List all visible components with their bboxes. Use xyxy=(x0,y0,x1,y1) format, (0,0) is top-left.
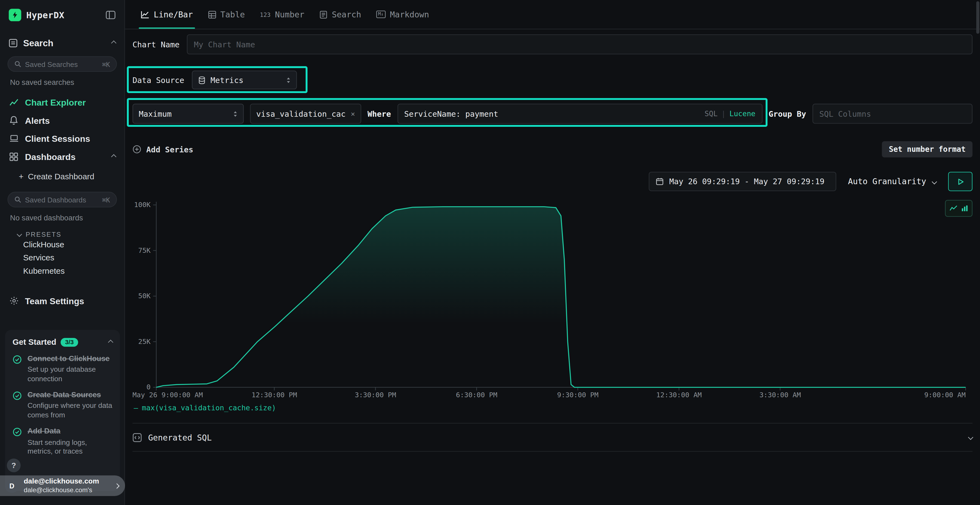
granularity-value: Auto Granularity xyxy=(848,177,926,186)
sidebar-item-team-settings[interactable]: Team Settings xyxy=(0,292,124,310)
presets-label: PRESETS xyxy=(25,230,62,238)
svg-text:3:30:00 AM: 3:30:00 AM xyxy=(759,391,801,399)
search-section-icon xyxy=(9,39,18,48)
add-series-button[interactable]: Add Series xyxy=(132,145,193,154)
chart-legend[interactable]: — max(visa_validation_cache.size) xyxy=(134,403,276,412)
sidebar: HyperDX Search ⌘K No saved searches xyxy=(0,0,125,505)
sidebar-section-search[interactable]: Search xyxy=(0,38,124,48)
database-icon xyxy=(198,76,205,84)
saved-dashboards-input[interactable] xyxy=(25,196,98,203)
preset-item-services[interactable]: Services xyxy=(0,251,124,264)
team-settings-label: Team Settings xyxy=(25,296,84,306)
preset-item-clickhouse[interactable]: ClickHouse xyxy=(0,238,124,251)
checklist-item-title: Add Data xyxy=(27,427,113,437)
sidebar-item-client-sessions[interactable]: Client Sessions xyxy=(0,129,124,148)
line-chart[interactable]: 025K50K75K100KMay 26 9:00:00 AM12:30:00 … xyxy=(132,199,973,402)
run-query-button[interactable] xyxy=(948,172,973,191)
checklist-item[interactable]: Add Data Start sending logs, metrics, or… xyxy=(13,427,113,456)
svg-text:9:30:00 PM: 9:30:00 PM xyxy=(557,391,599,399)
tab-label: Markdown xyxy=(390,10,429,19)
divider xyxy=(132,451,973,452)
saved-dashboards-pill[interactable]: ⌘K xyxy=(8,192,117,207)
where-label: Where xyxy=(368,109,391,118)
number-123-icon: 123 xyxy=(260,11,270,18)
data-source-select[interactable]: Metrics xyxy=(192,70,297,89)
clear-metric-icon[interactable]: ✕ xyxy=(351,110,355,118)
metric-value: visa_validation_cach xyxy=(256,109,346,118)
tab-label: Line/Bar xyxy=(154,10,193,19)
svg-text:3:30:00 PM: 3:30:00 PM xyxy=(355,391,396,399)
plus-icon: + xyxy=(19,172,24,181)
saved-searches-pill[interactable]: ⌘K xyxy=(8,56,117,72)
data-source-value: Metrics xyxy=(210,75,243,85)
help-button[interactable]: ? xyxy=(7,459,21,472)
checklist-item-title: Create Data Sources xyxy=(27,391,113,400)
user-team: dale@clickhouse.com's xyxy=(24,486,99,494)
laptop-icon xyxy=(9,134,19,143)
progress-badge: 3/3 xyxy=(61,338,78,346)
metric-field[interactable]: visa_validation_cach ✕ xyxy=(250,104,361,124)
chevron-down-icon xyxy=(932,179,937,184)
collapse-sidebar-icon[interactable] xyxy=(106,11,116,19)
preset-item-kubernetes[interactable]: Kubernetes xyxy=(0,264,124,277)
svg-text:25K: 25K xyxy=(138,338,151,346)
get-started-header[interactable]: Get Started 3/3 xyxy=(13,337,113,347)
check-circle-icon xyxy=(13,427,22,456)
checklist-item[interactable]: Create Data Sources Configure where your… xyxy=(13,391,113,419)
aggregation-value: Maximum xyxy=(139,109,172,118)
lucene-mode-toggle[interactable]: Lucene xyxy=(730,110,756,118)
legend-swatch: — xyxy=(134,403,138,412)
date-range-value: May 26 09:29:19 - May 27 09:29:19 xyxy=(669,177,824,186)
where-value: ServiceName: payment xyxy=(404,109,701,118)
granularity-select[interactable]: Auto Granularity xyxy=(846,177,939,186)
main-content: Line/Bar Table 123 Number Search M↓ Ma xyxy=(125,0,980,505)
checklist-item[interactable]: Connect to ClickHouse Set up your databa… xyxy=(13,354,113,383)
where-input[interactable]: ServiceName: payment SQL | Lucene xyxy=(397,104,762,124)
tab-search[interactable]: Search xyxy=(319,0,361,29)
chart-area[interactable]: 025K50K75K100KMay 26 9:00:00 AM12:30:00 … xyxy=(132,199,973,414)
chevron-up-icon xyxy=(111,154,116,159)
presets-toggle[interactable]: PRESETS xyxy=(0,230,124,238)
generated-sql-label: Generated SQL xyxy=(148,433,212,442)
sql-mode-toggle[interactable]: SQL xyxy=(705,110,718,118)
avatar: D xyxy=(5,479,19,493)
markdown-icon: M↓ xyxy=(376,11,386,18)
create-dashboard-button[interactable]: + Create Dashboard xyxy=(0,169,124,184)
set-number-format-button[interactable]: Set number format xyxy=(882,141,973,157)
tab-table[interactable]: Table xyxy=(208,0,245,29)
scrollbar-thumb[interactable] xyxy=(976,2,979,34)
sidebar-item-chart-explorer[interactable]: Chart Explorer xyxy=(0,93,124,111)
svg-text:75K: 75K xyxy=(138,246,151,254)
chevron-up-icon xyxy=(108,339,113,345)
svg-text:9:00:00 AM: 9:00:00 AM xyxy=(924,391,966,399)
chart-name-input[interactable] xyxy=(187,34,972,54)
plus-circle-icon xyxy=(132,145,141,154)
generated-sql-toggle[interactable]: Generated SQL xyxy=(132,429,973,446)
sidebar-item-alerts[interactable]: Alerts xyxy=(0,111,124,130)
series-row: Maximum visa_validation_cach ✕ Where Ser… xyxy=(132,104,973,124)
user-menu[interactable]: D dale@clickhouse.com dale@clickhouse.co… xyxy=(0,475,125,496)
sidebar-nav: Chart Explorer Alerts Client Sessions Da… xyxy=(0,93,124,165)
check-circle-icon xyxy=(13,391,22,419)
tab-label: Search xyxy=(332,10,361,19)
get-started-title: Get Started xyxy=(13,337,56,347)
sidebar-item-dashboards[interactable]: Dashboards xyxy=(0,148,124,166)
saved-searches-input[interactable] xyxy=(25,60,98,68)
app-title: HyperDX xyxy=(26,10,64,20)
tab-markdown[interactable]: M↓ Markdown xyxy=(376,0,429,29)
aggregation-select[interactable]: Maximum xyxy=(132,104,244,124)
group-by-input[interactable] xyxy=(812,104,972,124)
chevron-right-icon xyxy=(115,483,119,488)
logo-row: HyperDX xyxy=(0,0,124,21)
table-icon xyxy=(208,10,216,19)
tab-line-bar[interactable]: Line/Bar xyxy=(141,0,193,29)
tab-number[interactable]: 123 Number xyxy=(260,0,304,29)
date-range-picker[interactable]: May 26 09:29:19 - May 27 09:29:19 xyxy=(649,172,836,191)
svg-text:50K: 50K xyxy=(138,292,151,300)
document-lines-icon xyxy=(319,10,328,19)
sidebar-item-label: Alerts xyxy=(25,115,50,125)
data-source-row: Data Source Metrics xyxy=(132,70,297,89)
chart-name-row: Chart Name xyxy=(132,34,973,54)
check-circle-icon xyxy=(13,354,22,383)
app-root: HyperDX Search ⌘K No saved searches xyxy=(0,0,980,505)
